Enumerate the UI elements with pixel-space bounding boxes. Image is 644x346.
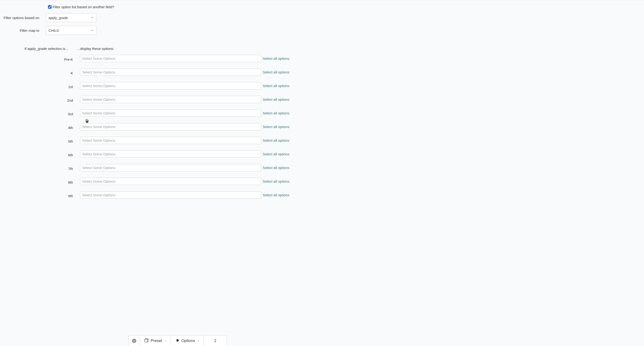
filter-based-on-select[interactable]: apply_grade xyxy=(46,13,96,22)
multiselect-placeholder: Select Some Options xyxy=(82,98,115,102)
grade-label: 5th xyxy=(0,139,73,143)
column-header-condition: If apply_grade selection is... xyxy=(0,46,73,50)
grade-options-multiselect[interactable]: Select Some Options xyxy=(80,164,261,171)
multiselect-placeholder: Select Some Options xyxy=(82,152,115,156)
select-all-options-link[interactable]: Select all options xyxy=(263,179,289,183)
filter-option-checkbox-label: Filter option list based on another fiel… xyxy=(52,5,114,9)
grade-options-multiselect[interactable]: Select Some Options xyxy=(80,137,261,144)
grade-label: 1st xyxy=(0,85,73,89)
grade-label: Pre-K xyxy=(0,58,73,62)
filter-map-to-select[interactable]: CHILD xyxy=(46,26,96,35)
grade-options-multiselect[interactable]: Select Some Options xyxy=(80,82,261,90)
grade-label: 2nd xyxy=(0,98,73,102)
grade-row: 1stSelect Some OptionsSelect all options xyxy=(0,82,351,90)
grade-options-multiselect[interactable]: Select Some Options xyxy=(80,110,261,117)
multiselect-placeholder: Select Some Options xyxy=(82,111,115,115)
grade-row: 8thSelect Some OptionsSelect all options xyxy=(0,178,351,185)
multiselect-placeholder: Select Some Options xyxy=(82,84,115,88)
grade-row: Pre-KSelect Some OptionsSelect all optio… xyxy=(0,55,351,62)
multiselect-placeholder: Select Some Options xyxy=(82,70,115,74)
filter-based-on-value: apply_grade xyxy=(48,16,68,20)
grade-options-multiselect[interactable]: Select Some Options xyxy=(80,191,261,199)
grade-row: KSelect Some OptionsSelect all options xyxy=(0,68,351,76)
grade-row: 4thSelect Some OptionsSelect all options xyxy=(0,123,351,130)
grade-row: 9thSelect Some OptionsSelect all options xyxy=(0,191,351,199)
filter-map-to-value: CHILD xyxy=(48,28,59,32)
multiselect-placeholder: Select Some Options xyxy=(82,125,115,129)
filter-option-checkbox[interactable] xyxy=(48,5,52,9)
grade-label: 7th xyxy=(0,167,73,171)
grade-row: 6thSelect Some OptionsSelect all options xyxy=(0,150,351,158)
filter-based-on-label: Filter options based on xyxy=(0,16,46,20)
grade-label: K xyxy=(0,71,73,75)
grade-label: 6th xyxy=(0,153,73,157)
grade-options-multiselect[interactable]: Select Some Options xyxy=(80,178,261,185)
grade-row: 3rdSelect Some OptionsSelect all options xyxy=(0,110,351,117)
select-all-options-link[interactable]: Select all options xyxy=(263,166,289,170)
grade-row: 2ndSelect Some OptionsSelect all options xyxy=(0,96,351,103)
grade-label: 4th xyxy=(0,126,73,130)
select-all-options-link[interactable]: Select all options xyxy=(263,152,289,156)
multiselect-placeholder: Select Some Options xyxy=(82,166,115,170)
grade-options-multiselect[interactable]: Select Some Options xyxy=(80,123,261,130)
grade-label: 9th xyxy=(0,194,73,198)
select-all-options-link[interactable]: Select all options xyxy=(263,193,289,197)
filter-map-to-label: Filter map to xyxy=(0,28,46,32)
multiselect-placeholder: Select Some Options xyxy=(82,56,115,60)
grade-row: 7thSelect Some OptionsSelect all options xyxy=(0,164,351,171)
grade-options-multiselect[interactable]: Select Some Options xyxy=(80,68,261,76)
grade-label: 3rd xyxy=(0,112,73,116)
grade-row: 5thSelect Some OptionsSelect all options xyxy=(0,137,351,144)
grade-options-multiselect[interactable]: Select Some Options xyxy=(80,55,261,62)
multiselect-placeholder: Select Some Options xyxy=(82,179,115,183)
select-all-options-link[interactable]: Select all options xyxy=(263,111,289,115)
grade-label: 8th xyxy=(0,180,73,184)
select-all-options-link[interactable]: Select all options xyxy=(263,98,289,102)
grade-options-multiselect[interactable]: Select Some Options xyxy=(80,150,261,158)
multiselect-placeholder: Select Some Options xyxy=(82,193,115,197)
select-all-options-link[interactable]: Select all options xyxy=(263,70,289,74)
select-all-options-link[interactable]: Select all options xyxy=(263,56,289,60)
select-all-options-link[interactable]: Select all options xyxy=(263,138,289,142)
column-header-options: ...display these options: xyxy=(77,46,114,50)
select-all-options-link[interactable]: Select all options xyxy=(263,84,289,88)
grade-options-multiselect[interactable]: Select Some Options xyxy=(80,96,261,103)
multiselect-placeholder: Select Some Options xyxy=(82,138,115,142)
select-all-options-link[interactable]: Select all options xyxy=(263,125,289,129)
